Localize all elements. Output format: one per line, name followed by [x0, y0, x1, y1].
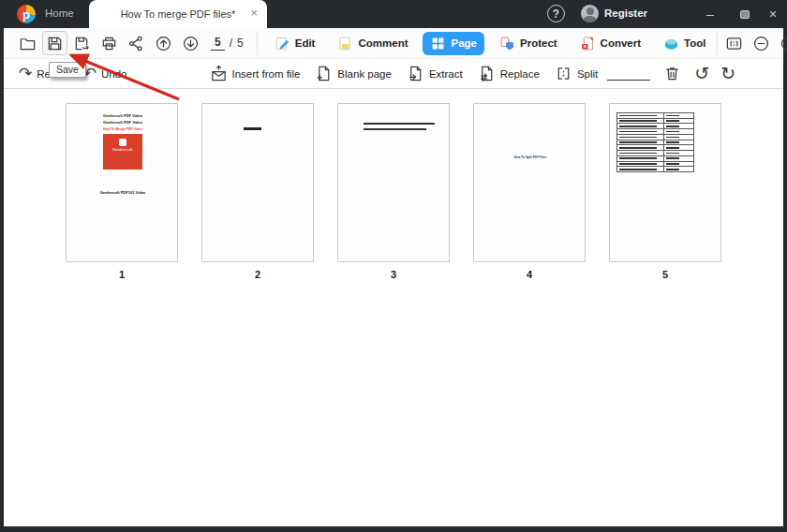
total-pages: 5 — [237, 37, 244, 50]
title-bar: p Home How To merge PDF files* × ? Regis… — [0, 0, 787, 28]
page-indicator: 5 / 5 — [211, 36, 244, 51]
blank-page-icon — [315, 65, 333, 82]
maximize-icon — [740, 10, 750, 19]
replace-button[interactable]: Replace — [478, 65, 540, 82]
page-content-text: How To Merge PDF Video — [98, 127, 148, 131]
maximize-button[interactable] — [733, 4, 757, 24]
tab-protect-label: Protect — [520, 37, 557, 49]
folder-icon — [19, 35, 37, 52]
replace-icon — [478, 65, 496, 82]
page-thumbnail[interactable]: How To Split PDF Files4 — [473, 103, 586, 280]
page-content-logo: Geekersoft — [103, 134, 142, 170]
page-thumbnail[interactable]: 3 — [337, 103, 450, 280]
rotate-right-button[interactable]: ↻ — [720, 65, 735, 82]
page-thumbnail[interactable]: 5 — [609, 103, 721, 280]
toolbar-divider — [257, 31, 258, 55]
toolbar-divider — [717, 31, 718, 55]
register-button[interactable]: Register — [604, 7, 647, 19]
fit-page-icon — [725, 35, 743, 52]
page-canvas[interactable] — [201, 103, 314, 262]
help-icon[interactable]: ? — [547, 5, 565, 22]
tab-edit[interactable]: Edit — [267, 32, 323, 55]
tab-tool[interactable]: Tool — [656, 32, 713, 55]
save-as-icon — [73, 35, 91, 52]
page-canvas[interactable] — [609, 103, 721, 262]
page-grid-icon — [430, 36, 446, 52]
tab-comment-label: Comment — [358, 37, 408, 49]
ribbon-tabs: Edit Comment Page Protect x Convert — [267, 32, 714, 55]
underline-field[interactable] — [607, 67, 650, 81]
page-canvas[interactable] — [337, 103, 450, 262]
page-up-button[interactable] — [151, 31, 176, 55]
document-tab[interactable]: How To merge PDF files* × — [89, 0, 267, 28]
blank-page-button[interactable]: Blank page — [315, 65, 392, 82]
trash-icon — [663, 65, 681, 82]
page-down-button[interactable] — [178, 31, 203, 55]
save-tooltip: Save — [49, 62, 86, 78]
insert-from-file-label: Insert from file — [232, 68, 301, 80]
tab-close-icon[interactable]: × — [250, 7, 258, 20]
user-avatar-icon[interactable] — [581, 5, 599, 22]
fit-page-button[interactable] — [721, 31, 747, 55]
zoom-out-icon — [752, 35, 770, 52]
app-logo-icon[interactable]: p — [17, 5, 36, 23]
current-page-field[interactable]: 5 — [211, 36, 225, 51]
page-number-label: 2 — [201, 269, 314, 280]
convert-icon: x — [580, 36, 596, 52]
save-as-button[interactable] — [69, 31, 95, 55]
tab-convert[interactable]: x Convert — [572, 32, 648, 55]
tab-edit-label: Edit — [295, 37, 316, 49]
page-separator: / — [230, 37, 232, 50]
comment-icon — [337, 36, 353, 52]
save-icon — [46, 35, 64, 52]
arrow-down-circle-icon — [182, 35, 200, 52]
split-button[interactable]: Split — [555, 65, 598, 82]
tool-icon — [663, 36, 679, 52]
page-content-table — [616, 112, 694, 172]
app-window: p Home How To merge PDF files* × ? Regis… — [0, 0, 787, 532]
print-button[interactable] — [97, 31, 122, 55]
page-logo-glyph — [119, 139, 126, 146]
blank-page-label: Blank page — [337, 68, 392, 80]
tab-protect[interactable]: Protect — [492, 32, 565, 55]
page-thumbnail[interactable]: 2 — [201, 103, 314, 280]
zoom-out-button[interactable] — [749, 31, 774, 55]
thumbnail-row: Geekersoft PDF VideoGeekersoft PDF Video… — [4, 89, 783, 280]
insert-from-file-button[interactable]: Insert from file — [210, 65, 301, 82]
extract-icon — [407, 65, 424, 82]
share-button[interactable] — [124, 31, 149, 55]
tab-page-label: Page — [451, 37, 477, 49]
split-label: Split — [577, 68, 598, 80]
page-content-bar — [364, 128, 426, 130]
page-number-label: 4 — [473, 269, 586, 280]
page-canvas[interactable]: How To Split PDF Files — [473, 103, 586, 262]
view-tools: T — [713, 31, 787, 55]
open-file-button[interactable] — [15, 31, 40, 55]
avatar-head — [587, 7, 594, 15]
protect-shield-icon — [499, 36, 515, 52]
tab-comment[interactable]: Comment — [330, 32, 415, 55]
page-canvas[interactable]: Geekersoft PDF VideoGeekersoft PDF Video… — [66, 103, 178, 262]
app-body: 5 / 5 Edit Comment Page — [4, 28, 783, 526]
page-number-label: 3 — [337, 269, 450, 280]
delete-page-button[interactable] — [663, 65, 681, 82]
insert-from-file-icon — [210, 65, 228, 82]
zoom-in-button[interactable] — [776, 31, 787, 55]
page-logo-text: Geekersoft — [112, 147, 133, 152]
close-button[interactable]: × — [761, 4, 785, 24]
rotate-left-button[interactable]: ↺ — [694, 65, 709, 82]
page-content-text: Geekersoft PDF Video — [95, 113, 151, 118]
tab-page[interactable]: Page — [423, 32, 484, 55]
replace-label: Replace — [500, 68, 540, 80]
page-number-label: 1 — [66, 269, 178, 280]
rotate-right-icon: ↻ — [720, 65, 735, 82]
page-tools-toolbar: ↷ Redo ↶ Undo Insert from file Blank pag… — [4, 59, 783, 89]
undo-button[interactable]: ↶ Undo — [83, 66, 127, 81]
home-button[interactable]: Home — [45, 7, 74, 19]
tab-convert-label: Convert — [601, 37, 641, 49]
save-button[interactable] — [42, 31, 67, 55]
page-content-text: How To Split PDF Files — [508, 155, 553, 159]
extract-button[interactable]: Extract — [407, 65, 463, 82]
minimize-button[interactable]: – — [698, 4, 722, 24]
page-thumbnail[interactable]: Geekersoft PDF VideoGeekersoft PDF Video… — [66, 103, 178, 280]
